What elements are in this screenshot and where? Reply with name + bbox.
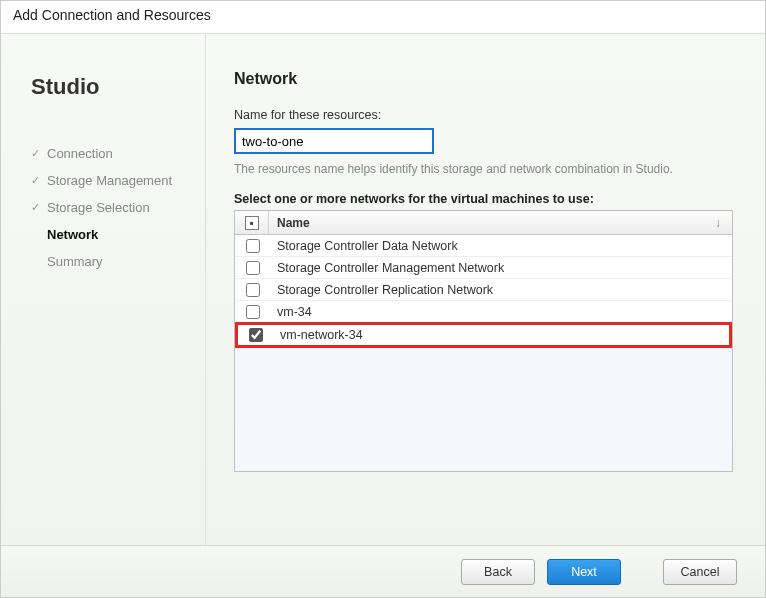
wizard-step-connection[interactable]: Connection <box>31 140 187 167</box>
network-checkbox[interactable] <box>249 328 263 342</box>
next-button[interactable]: Next <box>547 559 621 585</box>
cancel-button[interactable]: Cancel <box>663 559 737 585</box>
network-table: ▪ Name ↓ Storage Controller Data Network… <box>234 210 733 472</box>
dialog-body: Studio ConnectionStorage ManagementStora… <box>1 33 765 545</box>
table-header: ▪ Name ↓ <box>235 211 732 235</box>
name-hint: The resources name helps identify this s… <box>234 162 733 176</box>
network-name: Storage Controller Data Network <box>269 239 732 253</box>
row-checkbox-cell <box>235 302 269 322</box>
wizard-step-summary[interactable]: Summary <box>31 248 187 275</box>
header-select-all[interactable]: ▪ <box>235 211 269 234</box>
resource-name-input[interactable] <box>234 128 434 154</box>
brand: Studio <box>31 74 187 100</box>
column-header-name[interactable]: Name <box>269 216 704 230</box>
table-row[interactable]: Storage Controller Replication Network <box>235 279 732 301</box>
table-row[interactable]: vm-network-34 <box>235 322 732 348</box>
wizard-step-label: Network <box>47 227 98 242</box>
network-checkbox[interactable] <box>246 239 260 253</box>
row-checkbox-cell <box>235 258 269 278</box>
back-button[interactable]: Back <box>461 559 535 585</box>
wizard-steps: ConnectionStorage ManagementStorage Sele… <box>31 140 187 275</box>
row-checkbox-cell <box>235 236 269 256</box>
network-name: vm-network-34 <box>272 328 729 342</box>
window-title: Add Connection and Resources <box>1 1 765 33</box>
row-checkbox-cell <box>238 325 272 345</box>
wizard-step-storage-management[interactable]: Storage Management <box>31 167 187 194</box>
wizard-step-label: Summary <box>47 254 103 269</box>
table-row[interactable]: Storage Controller Management Network <box>235 257 732 279</box>
network-checkbox[interactable] <box>246 283 260 297</box>
indeterminate-icon: ▪ <box>245 216 259 230</box>
network-select-label: Select one or more networks for the virt… <box>234 192 733 206</box>
sort-icon[interactable]: ↓ <box>704 216 732 230</box>
page-title: Network <box>234 70 733 88</box>
wizard-step-label: Storage Selection <box>47 200 150 215</box>
table-row[interactable]: Storage Controller Data Network <box>235 235 732 257</box>
network-checkbox[interactable] <box>246 305 260 319</box>
row-checkbox-cell <box>235 280 269 300</box>
wizard-step-label: Storage Management <box>47 173 172 188</box>
dialog: Add Connection and Resources Studio Conn… <box>0 0 766 598</box>
dialog-footer: Back Next Cancel <box>1 545 765 597</box>
main-panel: Network Name for these resources: The re… <box>206 34 765 545</box>
network-name: Storage Controller Replication Network <box>269 283 732 297</box>
network-name: vm-34 <box>269 305 732 319</box>
wizard-step-network[interactable]: Network <box>31 221 187 248</box>
wizard-step-storage-selection[interactable]: Storage Selection <box>31 194 187 221</box>
table-row[interactable]: vm-34 <box>235 301 732 323</box>
wizard-sidebar: Studio ConnectionStorage ManagementStora… <box>1 34 206 545</box>
network-checkbox[interactable] <box>246 261 260 275</box>
network-name: Storage Controller Management Network <box>269 261 732 275</box>
name-label: Name for these resources: <box>234 108 733 122</box>
table-body: Storage Controller Data NetworkStorage C… <box>235 235 732 471</box>
wizard-step-label: Connection <box>47 146 113 161</box>
